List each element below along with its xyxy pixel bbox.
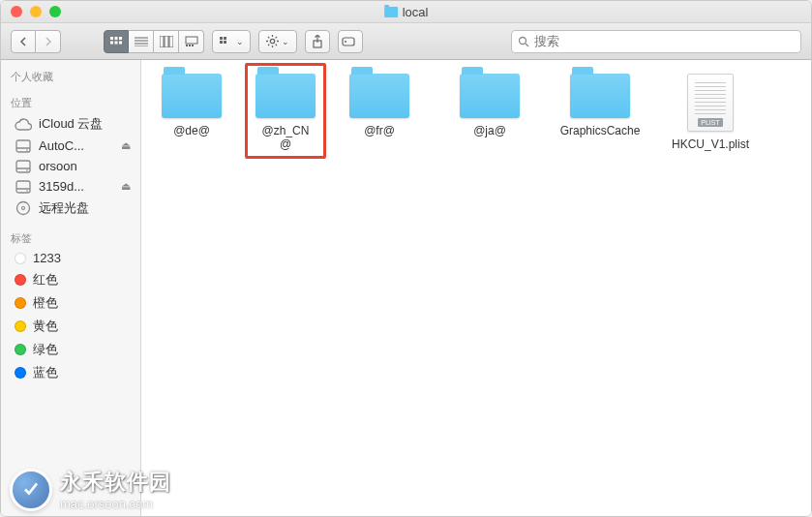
folder-item[interactable]: @fr@ [339,74,420,152]
folder-icon [384,7,398,17]
folder-item[interactable]: GraphicsCache [559,74,641,152]
drive-icon [15,139,32,153]
cloud-icon [15,117,32,131]
sidebar-tag[interactable]: 橙色 [1,291,140,315]
tag-dot [15,344,26,355]
plist-icon: PLIST [687,74,734,132]
folder-item[interactable]: @zh_CN@ [245,63,326,159]
action-button[interactable]: ⌄ [258,30,297,53]
svg-point-21 [270,39,274,43]
sidebar-item-label: 3159d... [39,179,84,194]
locations-heading: 位置 [1,92,140,112]
close-button[interactable] [11,6,22,17]
gallery-view-button[interactable] [179,30,204,53]
svg-point-44 [26,190,28,192]
tag-label: 绿色 [33,341,58,358]
tag-dot [15,274,26,286]
share-button[interactable] [305,30,330,53]
svg-point-38 [26,149,28,151]
tags-heading: 标签 [1,228,140,248]
icon-view-button[interactable] [104,30,129,53]
list-view-button[interactable] [129,30,154,53]
item-label: @ja@ [473,124,506,137]
svg-point-34 [520,37,526,44]
window-title: local [384,5,429,19]
sidebar-tag[interactable]: 红色 [1,268,140,291]
sidebar-tag[interactable]: 绿色 [1,338,140,361]
title-text: local [403,5,429,19]
item-label: @fr@ [364,124,395,137]
svg-rect-11 [165,36,168,47]
svg-line-26 [268,37,269,38]
svg-rect-15 [189,45,191,46]
folder-icon [460,74,520,118]
disc-icon [15,201,32,215]
svg-rect-18 [224,37,226,40]
tag-label: 红色 [33,271,58,289]
folder-item[interactable]: @de@ [151,74,232,152]
group-button[interactable]: ⌄ [212,30,251,53]
svg-line-27 [276,45,277,46]
sidebar-tag[interactable]: 蓝色 [1,361,140,384]
sidebar-item-label: AutoC... [39,138,84,153]
svg-rect-12 [169,36,173,47]
tag-dot [15,320,26,332]
svg-point-45 [17,202,30,215]
eject-icon[interactable]: ⏏ [121,139,131,152]
minimize-button[interactable] [30,6,42,17]
svg-rect-13 [186,37,197,44]
svg-rect-0 [110,37,113,40]
column-view-button[interactable] [154,30,179,53]
svg-rect-1 [115,37,118,40]
svg-rect-14 [186,45,188,46]
eject-icon[interactable]: ⏏ [121,180,131,193]
sidebar-item-label: 远程光盘 [39,199,89,217]
tag-dot [15,253,26,264]
drive-icon [15,180,32,194]
svg-rect-5 [119,41,122,44]
tag-label: 橙色 [33,294,58,312]
tag-label: 1233 [33,251,61,265]
folder-item[interactable]: @ja@ [449,74,530,152]
forward-button[interactable] [36,30,61,53]
svg-rect-16 [192,45,194,46]
item-label: @de@ [173,124,210,137]
back-button[interactable] [11,30,36,53]
svg-rect-42 [16,181,30,193]
svg-rect-3 [110,41,113,44]
tags-button[interactable] [338,30,363,53]
svg-line-29 [276,37,277,38]
view-buttons [104,30,204,53]
sidebar-item[interactable]: AutoC...⏏ [1,136,140,156]
svg-rect-32 [343,38,354,46]
folder-icon [570,74,630,118]
maximize-button[interactable] [49,6,61,17]
content-area[interactable]: @de@@zh_CN@@fr@@ja@GraphicsCachePLISTHKC… [141,60,811,516]
svg-rect-4 [115,41,118,44]
search-field[interactable] [511,30,801,53]
folder-icon [349,74,409,118]
search-input[interactable] [534,34,795,48]
tag-dot [15,367,26,379]
traffic-lights [1,6,61,17]
sidebar-item[interactable]: orsoon [1,156,140,176]
body: 个人收藏 位置 iCloud 云盘AutoC...⏏orsoon3159d...… [1,60,811,516]
svg-rect-17 [220,37,223,40]
finder-window: local ⌄ ⌄ [0,0,812,517]
sidebar-item-label: orsoon [39,159,77,173]
favorites-heading: 个人收藏 [1,66,140,86]
sidebar-tag[interactable]: 1233 [1,248,140,268]
sidebar-item[interactable]: 远程光盘 [1,197,140,220]
folder-icon [162,74,222,118]
sidebar-item[interactable]: iCloud 云盘 [1,112,140,136]
svg-rect-2 [119,37,122,40]
svg-line-35 [526,44,528,46]
file-item[interactable]: PLISTHKCU_V1.plist [670,74,751,152]
svg-point-41 [26,169,28,171]
svg-point-33 [345,41,346,43]
tag-label: 黄色 [33,318,58,335]
titlebar: local [1,1,811,23]
sidebar-item[interactable]: 3159d...⏏ [1,176,140,197]
tag-dot [15,297,26,309]
sidebar-tag[interactable]: 黄色 [1,315,140,338]
